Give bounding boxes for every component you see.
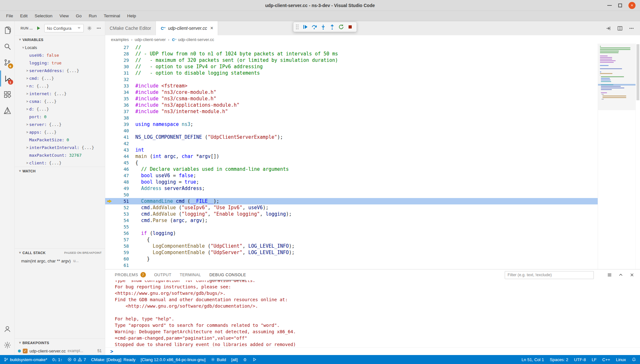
step-into-button[interactable] [319,23,327,31]
more-actions-button[interactable] [628,25,635,32]
debug-console-input[interactable]: > [105,347,640,355]
variable-client[interactable]: >client:{...} [15,159,105,167]
section-variables[interactable]: > VARIABLES [15,35,105,44]
minimize-button[interactable] [607,5,612,6]
code-line-39[interactable]: 39using namespace ns3; [105,121,598,128]
editor-scrollbar[interactable] [636,44,640,269]
variable-maxPacketCount[interactable]: >maxPacketCount:32767 [15,151,105,159]
call-stack-frame[interactable]: main(int argc, char ** argv) u... [15,257,105,265]
console-menu-button[interactable] [606,271,613,278]
tab-cmake-cache-editor[interactable]: CMake Cache Editor [105,21,156,35]
code-lines[interactable]: 27//28// - UDP flow from n0 to n1 of 102… [105,44,598,269]
variable-n[interactable]: >n:{...} [15,82,105,90]
variable-MaxPacketSize[interactable]: >MaxPacketSize:0 [15,136,105,144]
minimap[interactable] [598,44,636,269]
code-line-32[interactable]: 32 [105,76,598,83]
code-line-34[interactable]: 34#include "ns3/core-module.h" [105,89,598,95]
panel-tab-terminal[interactable]: TERMINAL [180,269,201,280]
twisty-icon[interactable]: > [25,69,29,72]
notifications[interactable] [632,357,636,362]
cmake-build-button[interactable]: Build [211,357,226,362]
twisty-icon[interactable]: > [25,92,29,95]
activity-cmake-tools[interactable] [0,103,14,119]
code-line-61[interactable]: 61 [105,262,598,269]
scrollbar-thumb[interactable] [636,44,639,100]
code-line-47[interactable]: 47 bool useV6 = false; [105,172,598,179]
breadcrumb-item-udp-client-server[interactable]: udp-client-server [135,37,166,42]
debug-config-dropdown[interactable]: No Configura [44,24,84,32]
variable-cmd[interactable]: >cmd:{...} [15,74,105,82]
code-line-28[interactable]: 28// - UDP flow from n0 to n1 of 1024 by… [105,51,598,57]
problems-status[interactable]: 07 [67,357,86,362]
code-line-44[interactable]: 44main (int argc, char *argv[]) [105,153,598,160]
twisty-icon[interactable]: > [25,77,29,80]
variable-interPacketInterval[interactable]: >interPacketInterval:{...} [15,144,105,151]
cursor-position[interactable]: Ln 51, Col 1 [521,357,544,362]
code-line-48[interactable]: 48 bool logging = true; [105,179,598,185]
twisty-icon[interactable]: > [25,84,29,88]
encoding[interactable]: UTF-8 [574,357,586,362]
twisty-icon[interactable]: > [25,146,29,149]
code-line-42[interactable]: 42 [105,140,598,147]
menu-view[interactable]: View [56,11,72,21]
toolbar-drag-handle[interactable] [296,24,299,30]
twisty-icon[interactable]: > [25,123,29,126]
variable-internet[interactable]: >internet:{...} [15,90,105,97]
code-line-58[interactable]: 58 LogComponentEnable ("UdpClient", LOG_… [105,243,598,249]
code-line-43[interactable]: 43int [105,147,598,153]
section-watch[interactable]: > WATCH [15,167,105,175]
close-panel-button[interactable] [628,271,636,278]
start-debugging-button[interactable] [35,25,42,32]
git-branch[interactable]: buildsystem-cmake* [4,357,47,362]
menu-go[interactable]: Go [72,11,85,21]
code-line-59[interactable]: 59 LogComponentEnable ("UdpServer", LOG_… [105,249,598,256]
run-more-actions-button[interactable] [95,25,102,32]
restart-button[interactable] [337,23,345,31]
activity-accounts[interactable] [0,321,14,337]
variable-apps[interactable]: >apps:{...} [15,128,105,136]
code-line-37[interactable]: 37#include "ns3/internet-module.h" [105,108,598,115]
git-sync[interactable]: 0↓ 1↑ [52,357,62,362]
tab-udp-client-server-cc[interactable]: C++udp-client-server.cc× [156,21,218,35]
code-line-31[interactable]: 31// - option to disable logging stateme… [105,70,598,76]
cmake-status[interactable]: CMake: [Debug]: Ready [91,357,136,362]
stop-button[interactable] [346,23,354,31]
code-line-38[interactable]: 38 [105,115,598,121]
variable-port[interactable]: >port:0 [15,113,105,120]
code-line-30[interactable]: 30// - option to use IPv4 or IPv6 addres… [105,63,598,70]
scope-locals[interactable]: > Locals [15,44,105,51]
panel-tab-problems[interactable]: PROBLEMS7 [115,269,146,280]
cmake-build-target[interactable]: [all] [231,357,238,362]
code-line-57[interactable]: 57 { [105,236,598,243]
activity-manage[interactable] [0,337,14,353]
variable-d[interactable]: >d:{...} [15,105,105,113]
step-out-button[interactable] [328,23,336,31]
open-changes-button[interactable] [605,25,612,32]
code-line-55[interactable]: 55 [105,224,598,230]
breadcrumb-item-udp-client-server-cc[interactable]: C++udp-client-server.cc [172,37,214,42]
activity-extensions[interactable] [0,87,14,103]
variable-server[interactable]: >server:{...} [15,120,105,128]
code-line-50[interactable]: 50 [105,192,598,198]
menu-selection[interactable]: Selection [31,11,56,21]
code-line-56[interactable]: 56 if (logging) [105,230,598,236]
variable-serverAddress[interactable]: >serverAddress:{...} [15,67,105,74]
code-line-40[interactable]: 40 [105,128,598,134]
split-editor-button[interactable] [616,25,623,32]
twisty-icon[interactable]: > [25,130,29,134]
menu-run[interactable]: Run [85,11,100,21]
code-line-41[interactable]: 41NS_LOG_COMPONENT_DEFINE ("UdpClientSer… [105,134,598,140]
indentation[interactable]: Spaces: 2 [550,357,568,362]
activity-search[interactable] [0,38,14,54]
code-line-49[interactable]: 49 Address serverAddress; [105,185,598,192]
code-line-33[interactable]: 33#include <fstream> [105,83,598,89]
menu-edit[interactable]: Edit [17,11,31,21]
code-line-27[interactable]: 27// [105,44,598,51]
step-over-button[interactable] [310,23,318,31]
code-line-52[interactable]: 52 cmd.AddValue ("useIpv6", "Use Ipv6", … [105,204,598,211]
breakpoint-checkbox[interactable]: ✓ [23,349,28,353]
os-indicator[interactable]: Linux [616,357,626,362]
menu-help[interactable]: Help [123,11,139,21]
panel-tab-debug-console[interactable]: DEBUG CONSOLE [209,269,246,280]
eol[interactable]: LF [592,357,596,362]
